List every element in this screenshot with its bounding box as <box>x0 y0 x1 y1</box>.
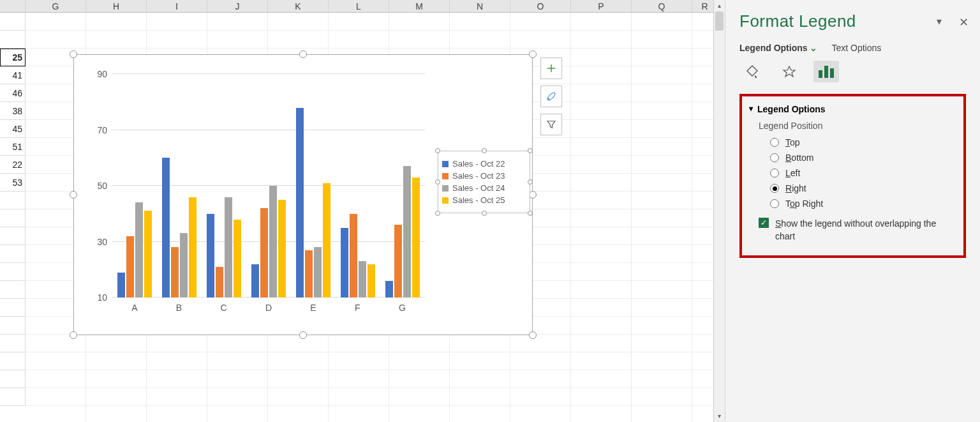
spreadsheet[interactable]: G H I J K L M N O P Q R 25 41 46 38 45 5… <box>0 0 725 422</box>
bar[interactable] <box>216 267 223 298</box>
bar[interactable] <box>394 225 402 298</box>
vertical-scrollbar[interactable]: ▴ ▾ <box>713 0 725 422</box>
bar[interactable] <box>207 214 214 298</box>
scroll-up-icon[interactable]: ▴ <box>714 0 725 11</box>
cell[interactable]: 22 <box>0 156 26 174</box>
col-header[interactable]: H <box>86 0 147 12</box>
chart-elements-button[interactable] <box>540 57 562 79</box>
legend-options-section-header[interactable]: ▸ Legend Options <box>750 104 956 114</box>
legend-options-icon[interactable] <box>813 61 839 82</box>
col-header[interactable]: M <box>389 0 450 12</box>
bar[interactable] <box>126 236 134 298</box>
bar[interactable] <box>305 250 313 298</box>
bar[interactable] <box>296 108 304 298</box>
radio-bottom[interactable]: Bottom <box>770 153 956 163</box>
col-header[interactable]: K <box>268 0 329 12</box>
bar[interactable] <box>314 247 322 298</box>
cell[interactable] <box>0 245 26 263</box>
selection-handle[interactable] <box>70 191 77 199</box>
effects-icon[interactable] <box>776 61 802 82</box>
cell[interactable] <box>0 209 26 227</box>
bar[interactable] <box>412 177 420 298</box>
chart-filter-button[interactable] <box>540 114 562 135</box>
bar-group[interactable] <box>162 158 197 298</box>
col-header[interactable]: N <box>450 0 510 12</box>
close-icon[interactable]: ✕ <box>959 15 969 29</box>
bar[interactable] <box>135 202 143 298</box>
cell[interactable]: 51 <box>0 138 26 156</box>
col-header[interactable]: I <box>147 0 207 12</box>
bar[interactable] <box>189 197 197 298</box>
selection-handle[interactable] <box>299 50 307 58</box>
bar[interactable] <box>171 247 179 298</box>
checkbox-no-overlap[interactable]: ✓ Show the legend without overlapping th… <box>759 218 956 243</box>
bar[interactable] <box>269 186 277 298</box>
cell[interactable] <box>0 317 26 335</box>
selection-handle[interactable] <box>435 148 440 153</box>
cell[interactable] <box>0 192 26 209</box>
bar[interactable] <box>117 273 125 298</box>
selection-handle[interactable] <box>299 331 307 339</box>
bar-group[interactable] <box>117 202 152 298</box>
cell[interactable]: 38 <box>0 102 26 120</box>
cell[interactable]: 25 <box>0 49 26 66</box>
cell[interactable] <box>0 263 26 281</box>
chart-plot-area[interactable]: 10 30 50 70 90 <box>112 74 425 298</box>
cell[interactable]: 45 <box>0 120 26 138</box>
col-header[interactable]: P <box>571 0 632 12</box>
selection-handle[interactable] <box>529 331 537 339</box>
cell[interactable] <box>0 299 26 317</box>
bar[interactable] <box>234 220 241 298</box>
selection-handle[interactable] <box>482 211 487 216</box>
cell[interactable] <box>0 370 26 388</box>
cell[interactable] <box>0 281 26 299</box>
cell[interactable]: 46 <box>0 84 26 102</box>
selection-handle[interactable] <box>482 148 487 153</box>
bar-group[interactable] <box>251 186 286 298</box>
bar[interactable] <box>341 228 348 298</box>
chart-legend[interactable]: Sales - Oct 22 Sales - Oct 23 Sales - Oc… <box>438 151 530 213</box>
bar[interactable] <box>278 200 286 298</box>
radio-top[interactable]: Top <box>770 137 956 147</box>
chart-styles-button[interactable] <box>540 86 562 107</box>
col-header[interactable]: G <box>26 0 86 12</box>
bar-group[interactable] <box>207 197 241 298</box>
fill-line-icon[interactable] <box>739 61 765 82</box>
selection-handle[interactable] <box>435 211 440 216</box>
bar-group[interactable] <box>296 108 330 298</box>
bar[interactable] <box>323 183 330 298</box>
bar[interactable] <box>180 233 188 298</box>
selection-handle[interactable] <box>528 179 533 185</box>
col-header[interactable]: L <box>329 0 389 12</box>
selection-handle[interactable] <box>528 148 533 153</box>
bar[interactable] <box>162 158 170 298</box>
cell[interactable]: 41 <box>0 66 26 84</box>
selection-handle[interactable] <box>528 211 533 216</box>
chart-object[interactable]: 10 30 50 70 90 ABCDEFG Sales - Oct 22 Sa… <box>73 54 533 335</box>
tab-legend-options[interactable]: Legend Options ⌄ <box>739 43 817 53</box>
bar[interactable] <box>260 208 268 298</box>
bar[interactable] <box>350 214 357 298</box>
bar-group[interactable] <box>385 166 420 298</box>
bar[interactable] <box>368 264 375 298</box>
selection-handle[interactable] <box>70 331 77 339</box>
col-header-blank[interactable] <box>0 0 26 12</box>
tab-text-options[interactable]: Text Options <box>831 43 881 53</box>
selection-handle[interactable] <box>435 179 440 185</box>
scroll-thumb[interactable] <box>715 11 724 31</box>
bar[interactable] <box>359 261 366 298</box>
bar[interactable] <box>385 281 393 298</box>
cell[interactable]: 53 <box>0 174 26 192</box>
cell[interactable] <box>0 31 26 49</box>
cell[interactable] <box>0 352 26 370</box>
radio-left[interactable]: Left <box>770 168 956 178</box>
selection-handle[interactable] <box>529 50 537 58</box>
col-header[interactable]: O <box>510 0 571 12</box>
bar[interactable] <box>251 264 259 298</box>
bar[interactable] <box>403 166 411 298</box>
selection-handle[interactable] <box>70 50 77 58</box>
bar[interactable] <box>225 197 232 298</box>
col-header[interactable]: J <box>207 0 268 12</box>
cell[interactable] <box>0 13 26 31</box>
bar-group[interactable] <box>341 214 375 298</box>
